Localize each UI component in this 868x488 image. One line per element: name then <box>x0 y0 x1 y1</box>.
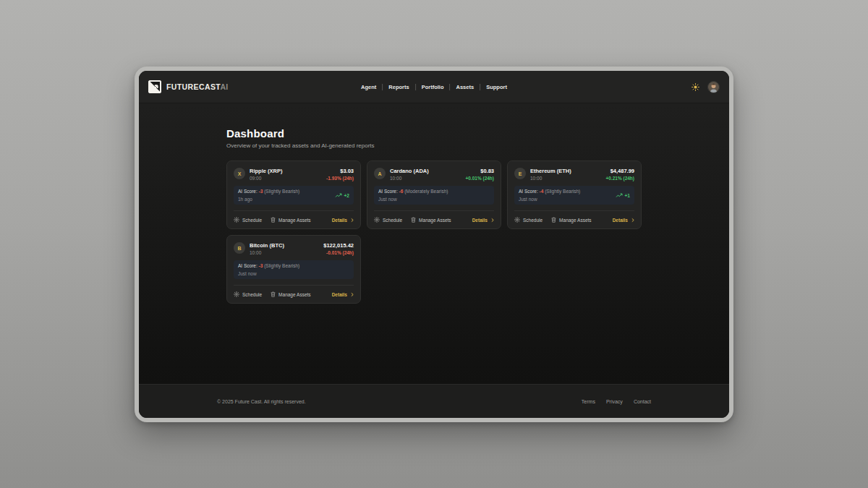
details-label: Details <box>613 218 628 223</box>
manage-assets-button[interactable]: Manage Assets <box>411 217 451 223</box>
trend-value: +1 <box>625 193 630 198</box>
ai-score-strip: AI Score: -6 (Moderately Bearish) Just n… <box>374 186 494 204</box>
brand-suffix: AI <box>220 82 228 91</box>
schedule-label: Schedule <box>523 218 542 223</box>
asset-title-block: Bitcoin (BTC) 10:00 <box>250 242 284 255</box>
price-change: -1.93% (24h) <box>326 176 354 181</box>
asset-card-grid: X Ripple (XRP) 09:00 $3.03 -1.93% (24h) … <box>226 160 642 304</box>
footer-links: Terms Privacy Contact <box>582 399 651 404</box>
manage-assets-button[interactable]: Manage Assets <box>271 291 310 297</box>
asset-price: $0.83 <box>465 168 494 174</box>
trash-icon <box>551 217 556 223</box>
ai-score-strip: AI Score: -3 (Slightly Bearish) Just now <box>234 260 354 278</box>
ai-score-description: (Slightly Bearish) <box>545 189 580 194</box>
manage-assets-label: Manage Assets <box>559 218 591 223</box>
details-label: Details <box>332 218 347 223</box>
footer-link-terms[interactable]: Terms <box>582 399 595 404</box>
coin-letter-badge: E <box>514 168 526 179</box>
nav-item-agent[interactable]: Agent <box>361 84 376 90</box>
footer-link-privacy[interactable]: Privacy <box>606 399 623 404</box>
asset-card: E Ethereum (ETH) 10:00 $4,487.99 +0.21% … <box>507 160 642 229</box>
asset-title-block: Cardano (ADA) 10:00 <box>390 168 429 181</box>
user-avatar[interactable] <box>707 81 720 93</box>
price-change: +0.21% (24h) <box>605 176 634 181</box>
ai-score-value: -4 <box>540 189 544 194</box>
asset-price: $122,015.42 <box>323 242 354 249</box>
asset-name: Ethereum (ETH) <box>530 168 571 174</box>
asset-price: $3.03 <box>326 168 354 174</box>
schedule-button[interactable]: Schedule <box>514 217 542 223</box>
details-button[interactable]: Details <box>332 292 354 297</box>
trash-icon <box>271 217 276 223</box>
asset-card: B Bitcoin (BTC) 10:00 $122,015.42 -0.01%… <box>226 235 361 304</box>
schedule-label: Schedule <box>242 218 262 223</box>
gear-icon <box>514 217 520 223</box>
nav-item-portfolio[interactable]: Portfolio <box>422 84 444 90</box>
trash-icon <box>411 217 416 223</box>
asset-price-block: $4,487.99 +0.21% (24h) <box>605 168 634 181</box>
manage-assets-button[interactable]: Manage Assets <box>271 217 310 223</box>
footer-link-contact[interactable]: Contact <box>634 399 651 404</box>
nav-separator <box>382 84 383 90</box>
coin-letter-badge: A <box>374 168 386 179</box>
ai-score-label: AI Score: <box>519 189 538 194</box>
coin-letter-badge: X <box>234 168 245 179</box>
asset-card-header: B Bitcoin (BTC) 10:00 $122,015.42 -0.01%… <box>234 242 354 255</box>
ai-score-description: (Slightly Bearish) <box>264 189 299 194</box>
manage-assets-label: Manage Assets <box>278 218 310 223</box>
asset-card: A Cardano (ADA) 10:00 $0.83 +0.01% (24h)… <box>367 160 501 229</box>
chevron-right-icon <box>491 218 494 223</box>
schedule-button[interactable]: Schedule <box>234 217 262 223</box>
ai-score-label: AI Score: <box>378 189 398 194</box>
asset-price-block: $0.83 +0.01% (24h) <box>465 168 494 181</box>
top-right-controls <box>691 81 720 93</box>
schedule-button[interactable]: Schedule <box>234 291 262 297</box>
chevron-right-icon <box>351 218 354 223</box>
trend-value: +2 <box>344 193 349 198</box>
ai-score-strip: AI Score: -4 (Slightly Bearish) Just now… <box>514 186 634 204</box>
details-button[interactable]: Details <box>613 218 634 223</box>
asset-report-time: 10:00 <box>390 176 429 181</box>
ai-score-age: Just now <box>378 197 448 202</box>
gear-icon <box>234 291 239 297</box>
asset-report-time: 09:00 <box>250 176 282 181</box>
ai-score-description: (Slightly Bearish) <box>264 263 299 268</box>
app-window: FUTURECASTAI Agent Reports Portfolio Ass… <box>135 67 733 422</box>
schedule-label: Schedule <box>242 292 262 297</box>
brand-lockup[interactable]: FUTURECASTAI <box>148 80 229 93</box>
nav-item-assets[interactable]: Assets <box>456 84 475 90</box>
asset-card-actions: Schedule Manage Assets Details <box>234 285 354 303</box>
ai-score-value: -3 <box>259 263 263 268</box>
main-area: Dashboard Overview of your tracked asset… <box>139 103 729 384</box>
asset-card-header: X Ripple (XRP) 09:00 $3.03 -1.93% (24h) <box>234 168 354 181</box>
ai-score-label: AI Score: <box>238 189 258 194</box>
ai-score-text: AI Score: -3 (Slightly Bearish) Just now <box>238 263 299 275</box>
page-title: Dashboard <box>226 127 642 140</box>
trend-badge: +1 <box>616 193 630 198</box>
manage-assets-button[interactable]: Manage Assets <box>551 217 591 223</box>
asset-card-header: A Cardano (ADA) 10:00 $0.83 +0.01% (24h) <box>374 168 494 181</box>
chevron-right-icon <box>351 292 354 297</box>
theme-toggle-sun-icon[interactable] <box>691 82 699 91</box>
nav-separator <box>450 84 451 90</box>
ai-score-value: -6 <box>399 189 404 194</box>
page-subtitle: Overview of your tracked assets and AI-g… <box>226 142 642 149</box>
schedule-button[interactable]: Schedule <box>374 217 402 223</box>
details-button[interactable]: Details <box>472 218 494 223</box>
trend-badge: +2 <box>335 193 349 198</box>
asset-report-time: 10:00 <box>250 250 284 255</box>
price-change: -0.01% (24h) <box>323 250 354 255</box>
chevron-right-icon <box>631 218 634 223</box>
gear-icon <box>374 217 380 223</box>
asset-card-actions: Schedule Manage Assets Details <box>374 210 494 228</box>
ai-score-age: Just now <box>519 197 580 202</box>
coin-letter-badge: B <box>234 242 245 254</box>
nav-item-support[interactable]: Support <box>486 84 507 90</box>
asset-card-actions: Schedule Manage Assets Details <box>234 210 354 228</box>
nav-separator <box>480 84 480 90</box>
ai-score-strip: AI Score: -3 (Slightly Bearish) 1h ago +… <box>234 186 354 204</box>
copyright-text: © 2025 Future Cast. All rights reserved. <box>217 399 306 404</box>
brand-name: FUTURECASTAI <box>166 82 229 91</box>
details-button[interactable]: Details <box>332 218 354 223</box>
nav-item-reports[interactable]: Reports <box>388 84 409 90</box>
